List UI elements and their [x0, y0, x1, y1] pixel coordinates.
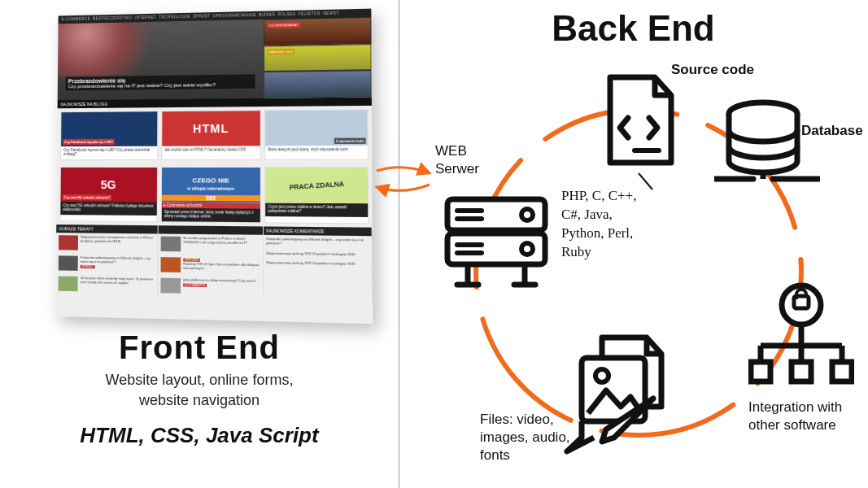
svg-rect-25: [751, 362, 770, 381]
svg-point-18: [782, 285, 821, 325]
frontend-panel: E-COMMERCE BEZPIECZEŃSTWO INTERNET TECHN…: [0, 0, 399, 488]
files-icon: [557, 325, 687, 459]
backend-title: Back End: [399, 8, 868, 49]
database-label: Database: [801, 122, 863, 140]
frontend-tech: HTML, CSS, Java Script: [0, 423, 399, 448]
files-label: Files: video, images, audio, fonts: [480, 411, 570, 464]
web-server-label: WEB Serwer: [435, 142, 479, 178]
integration-icon: [748, 277, 854, 394]
backend-languages: PHP, C, C++, C#, Java, Python, Perl, Rub…: [561, 187, 636, 262]
connector-line: [635, 169, 659, 194]
svg-rect-27: [832, 362, 852, 381]
backend-panel: Back End Source code Database: [399, 0, 868, 488]
web-server-icon: [439, 191, 553, 300]
svg-rect-26: [792, 362, 811, 381]
database-icon: [714, 98, 820, 215]
integration-label: Integration with other software: [748, 399, 842, 434]
source-code-label: Source code: [671, 61, 754, 79]
source-code-icon: [594, 69, 683, 178]
frontend-title: Front End: [0, 329, 399, 366]
frontend-subtitle: Website layout, online forms, website na…: [0, 370, 399, 411]
svg-line-30: [639, 173, 652, 190]
mock-website-screenshot: E-COMMERCE BEZPIECZEŃSTWO INTERNET TECHN…: [55, 9, 373, 325]
